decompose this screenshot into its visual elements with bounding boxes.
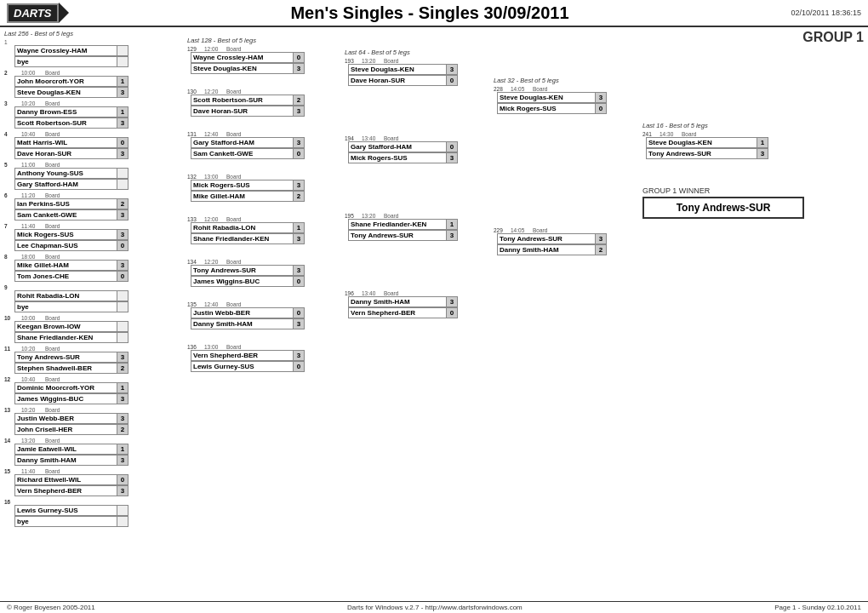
r1-match-15: 15 11:40 Board Richard Ettwell-WIL 0 Ver… (4, 467, 187, 496)
player-line: Mike Gillet-HAM 3 (4, 260, 187, 271)
pl-name: Steve Douglas-KEN (14, 87, 117, 98)
pl-score: 1 (117, 382, 128, 393)
pl-name: bye (14, 56, 117, 67)
footer-software: Darts for Windows v.2.7 - http://www.dar… (347, 604, 523, 611)
pl-name: Mike Gillet-HAM (14, 260, 117, 271)
player-line: Wayne Crossley-HAM (4, 45, 187, 56)
r1-match-8: 8 18:00 Board Mike Gillet-HAM 3 Tom Jone… (4, 253, 187, 282)
pl-score: 3 (117, 209, 128, 221)
r4-match-2: 229 14:05 Board Tony Andrews-SUR 3 Danny… (494, 226, 642, 255)
player-line: Matt Harris-WIL 0 (4, 137, 187, 148)
r2-match-1: 129 12:00 Board Wayne Crossley-HAM 0 Ste… (187, 45, 345, 74)
r1-match-10: 10 10:00 Board Keegan Brown-IOW Shane Fr… (4, 314, 187, 343)
pl-name: bye (14, 516, 117, 527)
r2-match-2: 130 12:20 Board Scott Robertson-SUR 2 Da… (187, 88, 345, 117)
r3-match-4: 196 13:40 Board Danny Smith-HAM 3 Vern S… (345, 289, 494, 318)
pl-name: Richard Ettwell-WIL (14, 474, 117, 485)
r2-match-7: 135 12:40 Board Justin Webb-BER 0 Danny … (187, 301, 345, 329)
player-line: Steve Douglas-KEN 3 (4, 87, 187, 98)
player-line: Ian Perkins-SUS 2 (4, 198, 187, 209)
r1-match-1: 1 Wayne Crossley-HAM bye (4, 38, 187, 67)
player-line: Danny Brown-ESS 1 (4, 106, 187, 117)
page-footer: © Roger Boyesen 2005-2011 Darts for Wind… (0, 601, 868, 613)
pl-score (117, 168, 128, 179)
page-wrapper: DARTS Men's Singles - Singles 30/09/2011… (0, 0, 868, 613)
r2-match-6: 134 12:20 Board Tony Andrews-SUR 3 James… (187, 258, 345, 287)
pl-name: Mick Rogers-SUS (14, 229, 117, 240)
pl-name: Sam Cankett-GWE (14, 209, 117, 221)
round-1: Last 256 - Best of 5 legs 1 Wayne Crossl… (4, 30, 187, 527)
r2-label: Last 128 - Best of 5 legs (187, 37, 345, 44)
pl-score: 3 (117, 229, 128, 240)
player-line: Danny Smith-HAM 3 (4, 455, 187, 466)
round-4: Last 32 - Best of 5 legs 228 14:05 Board… (494, 77, 642, 257)
pl-score: 3 (117, 352, 128, 363)
pl-score: 3 (117, 413, 128, 424)
logo-text: DARTS (14, 7, 52, 20)
footer-page: Page 1 - Sunday 02.10.2011 (774, 604, 861, 611)
r4-match-1: 228 14:05 Board Steve Douglas-KEN 3 Mick… (494, 85, 642, 114)
r2-match-4: 132 13:00 Board Mick Rogers-SUS 3 Mike G… (187, 173, 345, 202)
r1m1-meta: 1 (4, 38, 187, 45)
pl-name: Scott Robertson-SUR (14, 117, 117, 129)
player-line: Scott Robertson-SUR 3 (4, 117, 187, 129)
pl-score (117, 179, 128, 190)
pl-name: Rohit Rabadia-LON (14, 290, 117, 301)
r1-match-5: 5 11:00 Board Anthony Young-SUS Gary Sta… (4, 161, 187, 190)
pl-score (117, 332, 128, 343)
pl-name: Gary Stafford-HAM (14, 179, 117, 190)
pl-name: Vern Shepherd-BER (14, 485, 117, 496)
pl-score (117, 321, 128, 332)
group-label: GROUP 1 (802, 30, 864, 45)
pl-score: 2 (117, 198, 128, 209)
pl-score: 0 (117, 137, 128, 148)
pl-name: Dominic Moorcroft-YOR (14, 382, 117, 393)
player-line: Mick Rogers-SUS 3 (4, 229, 187, 240)
page-datetime: 02/10/2011 18:36:15 (791, 9, 861, 17)
logo-box: DARTS (7, 3, 59, 23)
player-line: Sam Cankett-GWE 3 (4, 209, 187, 221)
pl-name: John Crisell-HER (14, 424, 117, 435)
r1-match-14: 14 13:20 Board Jamie Eatwell-WIL 1 Danny… (4, 437, 187, 466)
player-line: James Wiggins-BUC 3 (4, 393, 187, 404)
player-line: Rohit Rabadia-LON (4, 290, 187, 301)
pl-name: Wayne Crossley-HAM (14, 45, 117, 56)
pl-name: Anthony Young-SUS (14, 168, 117, 179)
pl-score: 1 (117, 106, 128, 117)
page-title: Men's Singles - Singles 30/09/2011 (69, 3, 791, 23)
player-line: Tony Andrews-SUR 3 (4, 352, 187, 363)
round-2: Last 128 - Best of 5 legs 129 12:00 Boar… (187, 37, 345, 374)
r1-match-16: 16 Lewis Gurney-SUS bye (4, 498, 187, 527)
pl-name: James Wiggins-BUC (14, 393, 117, 404)
r1-match-3: 3 10:20 Board Danny Brown-ESS 1 Scott Ro… (4, 100, 187, 129)
pl-score (117, 301, 128, 312)
bracket-area: Last 256 - Best of 5 legs 1 Wayne Crossl… (4, 30, 864, 527)
page-header: DARTS Men's Singles - Singles 30/09/2011… (0, 0, 868, 27)
round-3: Last 64 - Best of 5 legs 193 13:20 Board… (345, 49, 494, 320)
winner-name: Tony Andrews-SUR (677, 202, 771, 214)
pl-name: Danny Brown-ESS (14, 106, 117, 117)
pl-score (117, 45, 128, 56)
pl-score: 3 (117, 117, 128, 129)
footer-copyright: © Roger Boyesen 2005-2011 (7, 604, 95, 611)
logo-area: DARTS (7, 3, 69, 23)
player-line: Jamie Eatwell-WIL 1 (4, 444, 187, 455)
player-line: bye (4, 56, 187, 67)
player-line: Keegan Brown-IOW (4, 321, 187, 332)
pl-name: Ian Perkins-SUS (14, 198, 117, 209)
pl-score: 2 (117, 424, 128, 435)
r1-match-11: 11 10:20 Board Tony Andrews-SUR 3 Stephe… (4, 345, 187, 374)
r2-match-3: 131 12:40 Board Gary Stafford-HAM 3 Sam … (187, 130, 345, 159)
player-line: Anthony Young-SUS (4, 168, 187, 179)
player-line: Stephen Shadwell-BER 2 (4, 363, 187, 374)
player-line: bye (4, 301, 187, 312)
pl-score: 1 (117, 444, 128, 455)
pl-name: Shane Friedlander-KEN (14, 332, 117, 343)
pl-name: Matt Harris-WIL (14, 137, 117, 148)
r2-match-5: 133 12:00 Board Rohit Rabadia-LON 1 Shan… (187, 215, 345, 244)
r3-match-1: 193 13:20 Board Steve Douglas-KEN 3 Dave… (345, 57, 494, 86)
pl-score: 2 (117, 363, 128, 374)
winner-box: Tony Andrews-SUR (642, 197, 804, 219)
player-line: bye (4, 516, 187, 527)
pl-name: bye (14, 301, 117, 312)
